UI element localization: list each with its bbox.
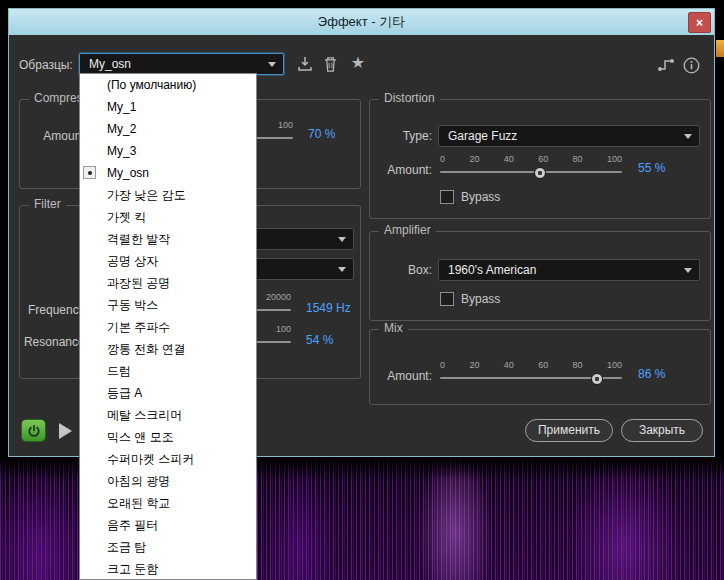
preset-dropdown-item[interactable]: My_3 (80, 140, 256, 162)
preset-item-label: My_2 (107, 122, 136, 136)
slider-tick-label: 60 (538, 360, 548, 371)
preset-dropdown-item[interactable]: 크고 둔함 (80, 558, 256, 580)
distortion-bypass: Bypass (440, 190, 500, 204)
preset-combobox-value: My_osn (89, 57, 131, 71)
slider-scale: 020406080100 (440, 154, 622, 165)
close-icon: × (696, 16, 703, 30)
preset-dropdown-item[interactable]: 오래된 학교 (80, 492, 256, 514)
bypass-label: Bypass (461, 292, 500, 306)
preset-item-label: 가장 낮은 감도 (107, 188, 186, 202)
preset-dropdown-item[interactable]: 과장된 공명 (80, 272, 256, 294)
favorite-preset-button[interactable]: ★ (348, 53, 368, 73)
save-preset-button[interactable] (295, 54, 315, 74)
preset-dropdown-item[interactable]: My_2 (80, 118, 256, 140)
background-artifact (716, 40, 724, 57)
preset-item-label: 믹스 앤 모조 (107, 430, 174, 444)
slider-track[interactable] (440, 371, 622, 385)
slider-tick-label: 60 (538, 154, 548, 165)
chevron-down-icon (684, 268, 692, 273)
amplifier-bypass: Bypass (440, 292, 500, 306)
preset-item-label: 오래된 학교 (107, 496, 170, 510)
close-button[interactable]: Закрыть (621, 419, 703, 442)
distortion-amount-value[interactable]: 55 % (638, 160, 688, 176)
preset-item-label: My_osn (107, 166, 149, 180)
compressor-amount-value[interactable]: 70 % (308, 126, 358, 142)
distortion-amount-slider[interactable]: 020406080100 (440, 154, 622, 179)
combo-value: Garage Fuzz (448, 129, 517, 143)
bypass-checkbox[interactable] (440, 292, 454, 306)
close-window-button[interactable]: × (688, 12, 711, 33)
mix-group-title: Mix (379, 321, 408, 335)
amplifier-group-title: Amplifier (379, 223, 436, 237)
routing-icon (657, 57, 675, 73)
info-button[interactable] (681, 55, 701, 75)
slider-tick-label: 100 (607, 154, 622, 165)
distortion-type-label: Type: (378, 128, 432, 144)
preset-dropdown-item[interactable]: 가젯 킥 (80, 206, 256, 228)
mix-amount-value[interactable]: 86 % (638, 366, 688, 382)
preset-dropdown-item[interactable]: My_1 (80, 96, 256, 118)
save-icon (296, 55, 314, 73)
preset-dropdown-item[interactable]: 격렬한 발작 (80, 228, 256, 250)
slider-tick-label: 100 (278, 120, 293, 131)
combo-value: 1960's American (448, 263, 536, 277)
delete-preset-button[interactable] (320, 54, 340, 74)
preset-dropdown-item[interactable]: 구동 박스 (80, 294, 256, 316)
bypass-label: Bypass (461, 190, 500, 204)
amplifier-box-combobox[interactable]: 1960's American (438, 259, 700, 281)
star-icon: ★ (351, 53, 365, 73)
preset-combobox[interactable]: My_osn (79, 53, 284, 75)
preset-item-label: 메탈 스크리머 (107, 408, 182, 422)
amplifier-box-label: Box: (378, 262, 432, 278)
preset-item-label: 음주 필터 (107, 518, 158, 532)
slider-tick-label: 20 (469, 360, 479, 371)
preset-item-label: 과장된 공명 (107, 276, 170, 290)
chevron-down-icon (338, 237, 346, 242)
preset-dropdown-item[interactable]: (По умолчанию) (80, 74, 256, 96)
preset-dropdown-item[interactable]: 조금 탐 (80, 536, 256, 558)
slider-track[interactable] (440, 165, 622, 179)
slider-knob[interactable] (591, 373, 603, 385)
slider-tick-label: 0 (440, 360, 445, 371)
preset-dropdown-item[interactable]: 깡통 전화 연결 (80, 338, 256, 360)
mix-amount-label: Amount: (378, 368, 432, 384)
preset-dropdown-item[interactable]: 기본 주파수 (80, 316, 256, 338)
preset-item-label: 가젯 킥 (107, 210, 146, 224)
effect-power-toggle[interactable] (21, 419, 46, 442)
preset-item-label: My_1 (107, 100, 136, 114)
preset-dropdown-item[interactable]: 아침의 광명 (80, 470, 256, 492)
slider-tick-label: 80 (573, 360, 583, 371)
preset-dropdown-list: (По умолчанию) My_1 My_2 My_3 My_osn (79, 73, 257, 580)
preset-dropdown-item[interactable]: 가장 낮은 감도 (80, 184, 256, 206)
filter-resonance-value[interactable]: 54 % (306, 332, 356, 348)
distortion-group: Distortion Type: Garage Fuzz Amount: 020… (369, 99, 711, 219)
preset-dropdown-item[interactable]: 수퍼마켓 스피커 (80, 448, 256, 470)
presets-label: Образцы: (19, 57, 73, 73)
preset-item-label: 아침의 광명 (107, 474, 170, 488)
apply-button[interactable]: Применить (525, 419, 613, 442)
preset-dropdown-item[interactable]: 메탈 스크리머 (80, 404, 256, 426)
routing-button[interactable] (656, 55, 676, 75)
preset-item-label: 기본 주파수 (107, 320, 170, 334)
slider-tick-label: 0 (440, 154, 445, 165)
preset-dropdown-item[interactable]: 등급 A (80, 382, 256, 404)
window-title: Эффект - 기타 (318, 13, 405, 31)
slider-tick-label: 100 (276, 324, 291, 335)
slider-tick-label: 100 (607, 360, 622, 371)
preset-item-label: 조금 탐 (107, 540, 146, 554)
preset-dropdown-item[interactable]: 공명 상자 (80, 250, 256, 272)
distortion-type-combobox[interactable]: Garage Fuzz (438, 125, 700, 147)
bypass-checkbox[interactable] (440, 190, 454, 204)
preset-dropdown-item[interactable]: My_osn (80, 162, 256, 184)
preset-dropdown-item[interactable]: 드럼 (80, 360, 256, 382)
preset-item-label: 격렬한 발작 (107, 232, 170, 246)
slider-knob[interactable] (534, 167, 546, 179)
preview-play-button[interactable] (59, 423, 72, 439)
filter-frequency-value[interactable]: 1549 Hz (306, 300, 360, 316)
preset-dropdown-item[interactable]: 음주 필터 (80, 514, 256, 536)
titlebar[interactable]: Эффект - 기타 × (9, 9, 714, 35)
mix-amount-slider[interactable]: 020406080100 (440, 360, 622, 385)
preset-item-label: 크고 둔함 (107, 562, 158, 576)
preset-dropdown-item[interactable]: 믹스 앤 모조 (80, 426, 256, 448)
chevron-down-icon (684, 134, 692, 139)
